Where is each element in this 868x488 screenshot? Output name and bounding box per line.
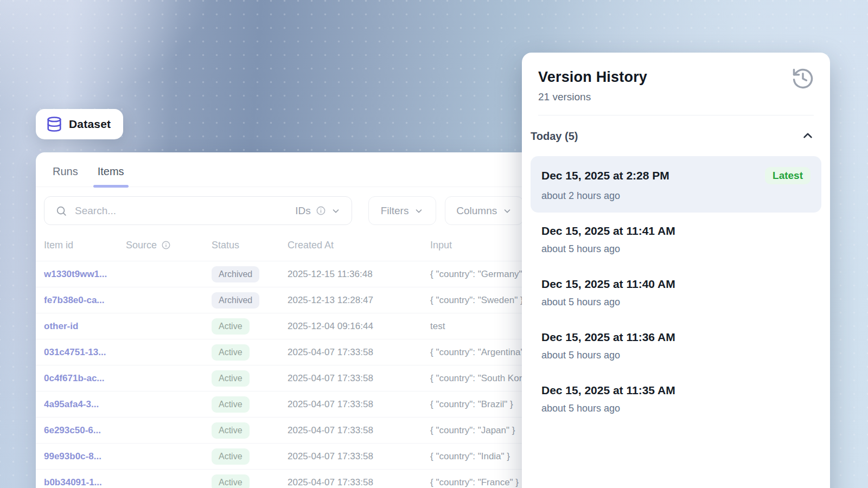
table-row: 031c4751-13... Active 2025-04-07 17:33:5… <box>36 339 532 365</box>
input-cell: { "country": "South Korea" } <box>430 373 532 384</box>
created-at-cell: 2025-04-07 17:33:58 <box>288 425 430 436</box>
version-history-panel: Version History 21 versions Today (5) <box>522 53 830 488</box>
table-row: other-id Active 2025-12-04 09:16:44 test <box>36 313 532 339</box>
tab-bar: Runs Items <box>36 152 532 187</box>
status-cell: Archived <box>212 292 288 309</box>
item-id-link[interactable]: 99e93b0c-8... <box>44 451 126 462</box>
version-group-label: Today (5) <box>531 130 578 143</box>
chevron-down-icon <box>414 206 424 216</box>
columns-button-label: Columns <box>456 205 497 217</box>
version-history-header: Version History 21 versions <box>522 53 830 115</box>
tab[interactable]: Items <box>97 160 125 187</box>
chevron-down-icon <box>331 206 341 216</box>
table-row: 4a95afa4-3... Active 2025-04-07 17:33:58… <box>36 391 532 417</box>
info-icon <box>161 240 171 250</box>
status-cell: Active <box>212 370 288 387</box>
input-cell: test <box>430 321 532 332</box>
version-list-item[interactable]: Dec 15, 2025 at 11:41 AM about 5 hours a… <box>531 214 821 266</box>
item-id-link[interactable]: other-id <box>44 321 126 332</box>
created-at-cell: 2025-04-07 17:33:58 <box>288 373 430 384</box>
created-at-cell: 2025-12-04 09:16:44 <box>288 321 430 332</box>
version-list-item[interactable]: Dec 15, 2025 at 11:36 AM about 5 hours a… <box>531 320 821 372</box>
status-badge: Active <box>212 474 250 488</box>
toolbar: IDs Filters <box>36 187 532 225</box>
search-scope-dropdown[interactable]: IDs <box>295 205 341 217</box>
table-header-row: Item id Source Status Created At Input <box>36 229 532 261</box>
status-badge: Active <box>212 448 250 465</box>
table-row: w1330t9ww1... Archived 2025-12-15 11:36:… <box>36 261 532 287</box>
status-badge: Archived <box>212 292 259 309</box>
tab[interactable]: Runs <box>52 160 79 187</box>
table-row: 99e93b0c-8... Active 2025-04-07 17:33:58… <box>36 443 532 469</box>
version-relative-time: about 5 hours ago <box>541 297 810 308</box>
version-timestamp: Dec 15, 2025 at 11:41 AM <box>541 224 675 237</box>
version-count: 21 versions <box>538 91 814 103</box>
database-icon <box>46 116 62 132</box>
history-icon <box>791 67 815 91</box>
version-timestamp: Dec 15, 2025 at 2:28 PM <box>541 169 669 182</box>
table-row: fe7b38e0-ca... Archived 2025-12-13 12:28… <box>36 287 532 313</box>
status-cell: Archived <box>212 266 288 282</box>
version-timestamp: Dec 15, 2025 at 11:40 AM <box>541 278 675 291</box>
status-cell: Active <box>212 396 288 413</box>
table-row: 6e293c50-6... Active 2025-04-07 17:33:58… <box>36 417 532 443</box>
column-header-item-id: Item id <box>44 240 126 251</box>
input-cell: { "country": "France" } <box>430 477 532 488</box>
status-badge: Archived <box>212 266 259 282</box>
version-relative-time: about 2 hours ago <box>541 190 810 202</box>
item-id-link[interactable]: 031c4751-13... <box>44 347 126 358</box>
item-id-link[interactable]: b0b34091-1... <box>44 477 126 488</box>
status-cell: Active <box>212 344 288 361</box>
search-icon <box>55 205 67 217</box>
input-cell: { "country": "Sweden" } <box>430 295 532 306</box>
table-row: 0c4f671b-ac... Active 2025-04-07 17:33:5… <box>36 365 532 391</box>
status-cell: Active <box>212 448 288 465</box>
version-timestamp: Dec 15, 2025 at 11:36 AM <box>541 331 675 344</box>
item-id-link[interactable]: 6e293c50-6... <box>44 425 126 436</box>
created-at-cell: 2025-04-07 17:33:58 <box>288 347 430 358</box>
version-list-item[interactable]: Dec 15, 2025 at 11:40 AM about 5 hours a… <box>531 267 821 319</box>
version-relative-time: about 5 hours ago <box>541 243 810 255</box>
version-list-item[interactable]: Dec 15, 2025 at 2:28 PM Latest about 2 h… <box>531 156 821 213</box>
column-header-created-at: Created At <box>288 240 430 251</box>
created-at-cell: 2025-04-07 17:33:58 <box>288 477 430 488</box>
table-row: b0b34091-1... Active 2025-04-07 17:33:58… <box>36 469 532 488</box>
input-cell: { "country": "Argentina" } <box>430 347 532 358</box>
version-timestamp: Dec 15, 2025 at 11:35 AM <box>541 384 675 397</box>
created-at-cell: 2025-12-13 12:28:47 <box>288 295 430 306</box>
version-list: Dec 15, 2025 at 2:28 PM Latest about 2 h… <box>522 146 830 425</box>
status-badge: Active <box>212 422 250 439</box>
status-cell: Active <box>212 318 288 335</box>
status-badge: Active <box>212 370 250 387</box>
status-badge: Active <box>212 344 250 361</box>
input-cell: { "country": "Japan" } <box>430 425 532 436</box>
latest-badge: Latest <box>765 167 810 184</box>
status-badge: Active <box>212 318 250 335</box>
item-id-link[interactable]: fe7b38e0-ca... <box>44 295 126 306</box>
version-relative-time: about 5 hours ago <box>541 350 810 361</box>
item-id-link[interactable]: w1330t9ww1... <box>44 269 126 280</box>
status-cell: Active <box>212 474 288 488</box>
items-panel: Runs Items IDs <box>36 152 532 488</box>
created-at-cell: 2025-04-07 17:33:58 <box>288 399 430 410</box>
divider <box>538 115 814 115</box>
chevron-up-icon <box>801 129 815 143</box>
status-cell: Active <box>212 422 288 439</box>
filters-button[interactable]: Filters <box>368 196 437 225</box>
status-badge: Active <box>212 396 250 413</box>
input-cell: { "country": "Germany" } <box>430 269 532 280</box>
item-id-link[interactable]: 0c4f671b-ac... <box>44 373 126 384</box>
input-cell: { "country": "Brazil" } <box>430 399 532 410</box>
version-group-header: Today (5) <box>522 115 830 146</box>
column-header-status: Status <box>212 240 288 251</box>
dataset-badge: Dataset <box>36 109 123 139</box>
columns-button[interactable]: Columns <box>445 196 524 225</box>
column-header-source: Source <box>126 240 212 251</box>
info-icon <box>316 206 326 216</box>
search-input[interactable] <box>75 205 288 217</box>
item-id-link[interactable]: 4a95afa4-3... <box>44 399 126 410</box>
collapse-group-button[interactable] <box>799 126 817 146</box>
version-list-item[interactable]: Dec 15, 2025 at 11:35 AM about 5 hours a… <box>531 373 821 425</box>
created-at-cell: 2025-12-15 11:36:48 <box>288 269 430 280</box>
table-body: w1330t9ww1... Archived 2025-12-15 11:36:… <box>36 261 532 488</box>
